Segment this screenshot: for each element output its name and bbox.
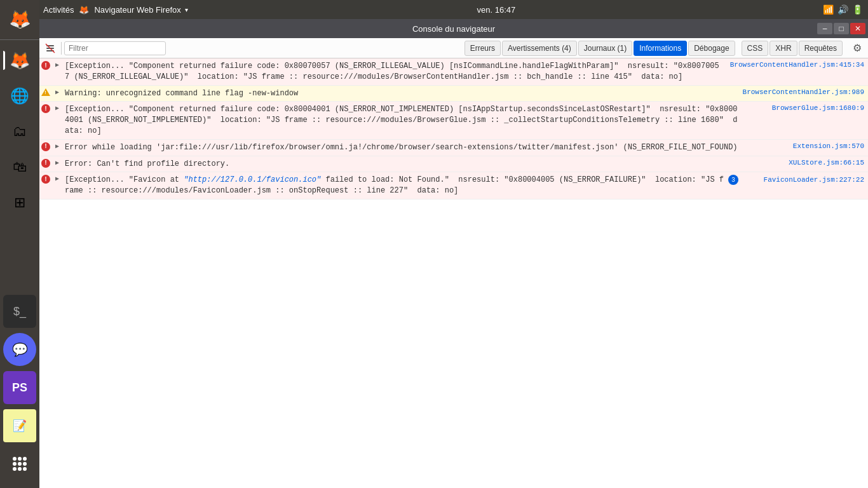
topbar-center: ven. 16:47 [188, 5, 804, 15]
log-entry-5: ! ▶ Error: Can't find profile directory.… [39, 156, 868, 173]
topbar-right: 📶 🔊 🔋 [804, 4, 868, 15]
show-apps-button[interactable] [3, 447, 36, 480]
taskbar-app-files[interactable]: 🗂 [3, 115, 36, 148]
minimize-button[interactable]: – [817, 23, 832, 34]
taskbar-app-terminal[interactable]: $_ [3, 295, 36, 328]
log-source-3[interactable]: BrowserGlue.jsm:1680:9 [741, 103, 868, 113]
topbar-time: ven. 16:47 [477, 5, 516, 15]
log-message-3: [Exception... "Component returned failur… [62, 103, 741, 137]
expand-1[interactable]: ▶ [52, 60, 62, 69]
taskbar-app-appgrid[interactable]: ⊞ [3, 186, 36, 219]
taskbar: 🦊 🦊 🌐 🗂 🛍 ⊞ $_ 💬 PS 📝 [0, 0, 39, 488]
expand-5[interactable]: ▶ [52, 158, 62, 166]
taskbar-app-chrome[interactable]: 🌐 [3, 79, 36, 112]
log-message-6: [Exception... "Favicon at "http://127.0.… [62, 173, 728, 198]
clear-button[interactable] [42, 41, 58, 56]
tab-errors[interactable]: Erreurs [465, 41, 501, 56]
log-source-2[interactable]: BrowserContentHandler.jsm:989 [739, 87, 868, 97]
log-message-1: [Exception... "Component returned failur… [62, 60, 726, 84]
error-icon-4: ! [39, 141, 52, 151]
close-button[interactable]: ✕ [850, 23, 865, 34]
error-icon-1: ! [39, 60, 52, 70]
taskbar-app-phpstorm[interactable]: PS [3, 371, 36, 404]
log-entry-6: ! ▶ [Exception... "Favicon at "http://12… [39, 172, 868, 200]
tab-logs[interactable]: Journaux (1) [578, 41, 632, 56]
wifi-icon: 📶 [823, 4, 834, 15]
log-message-5: Error: Can't find profile directory. [62, 158, 741, 171]
battery-icon: 🔋 [852, 4, 863, 15]
console-content[interactable]: ! ▶ [Exception... "Component returned fa… [39, 58, 868, 488]
sound-icon: 🔊 [837, 4, 848, 15]
window-controls: – □ ✕ [817, 23, 865, 34]
tab-info[interactable]: Informations [634, 41, 687, 56]
taskbar-app-discord[interactable]: 💬 [3, 333, 36, 366]
devtools-title: Console du navigateur [412, 24, 495, 34]
expand-6[interactable]: ▶ [52, 173, 62, 182]
topbar: Activités 🦊 Navigateur Web Firefox ▾ ven… [39, 0, 868, 19]
warning-icon-2: ! [39, 87, 52, 96]
log-source-5[interactable]: XULStore.jsm:66:15 [741, 158, 868, 168]
devtools-toolbar: Erreurs Avertissements (4) Journaux (1) … [39, 38, 868, 58]
activities-label[interactable]: Activités [43, 5, 74, 15]
error-icon-5: ! [39, 158, 52, 168]
expand-3[interactable]: ▶ [52, 103, 62, 112]
tab-xhr[interactable]: XHR [770, 41, 797, 56]
log-source-area-6: 3 FaviconLoader.jsm:227:22 [728, 173, 868, 185]
expand-4[interactable]: ▶ [52, 141, 62, 150]
log-message-2: Warning: unrecognized command line flag … [62, 87, 739, 100]
taskbar-app-notes[interactable]: 📝 [3, 409, 36, 442]
error-icon-6: ! [39, 173, 52, 184]
tab-debug[interactable]: Débogage [688, 41, 735, 56]
browser-name: Navigateur Web Firefox [94, 5, 180, 15]
tab-css[interactable]: CSS [742, 41, 769, 56]
error-icon-3: ! [39, 103, 52, 113]
log-entry-4: ! ▶ Error while loading 'jar:file:///usr… [39, 140, 868, 156]
log-badge-6: 3 [728, 175, 738, 185]
log-message-4: Error while loading 'jar:file:///usr/lib… [62, 141, 741, 154]
taskbar-app-store[interactable]: 🛍 [3, 151, 36, 184]
log-entry-2: ! ▶ Warning: unrecognized command line f… [39, 86, 868, 102]
expand-2[interactable]: ▶ [52, 87, 62, 96]
tab-warnings[interactable]: Avertissements (4) [502, 41, 577, 56]
log-entry-3: ! ▶ [Exception... "Component returned fa… [39, 102, 868, 139]
tab-requests[interactable]: Requêtes [799, 41, 843, 56]
taskbar-app-firefox[interactable]: 🦊 [3, 3, 36, 36]
topbar-left: Activités 🦊 Navigateur Web Firefox ▾ [39, 5, 188, 15]
maximize-button[interactable]: □ [834, 23, 849, 34]
devtools-titlebar: Console du navigateur – □ ✕ [39, 19, 868, 38]
devtools-window: Console du navigateur – □ ✕ Erreurs Aver… [39, 19, 868, 488]
log-source-6[interactable]: FaviconLoader.jsm:227:22 [741, 175, 868, 185]
filter-input[interactable] [64, 41, 166, 55]
settings-button[interactable]: ⚙ [849, 41, 865, 56]
taskbar-app-firefox-browser[interactable]: 🦊 [3, 44, 36, 77]
log-source-1[interactable]: BrowserContentHandler.jsm:415:34 [726, 60, 868, 70]
log-entry-1: ! ▶ [Exception... "Component returned fa… [39, 58, 868, 86]
log-source-4[interactable]: Extension.jsm:570 [741, 141, 868, 151]
